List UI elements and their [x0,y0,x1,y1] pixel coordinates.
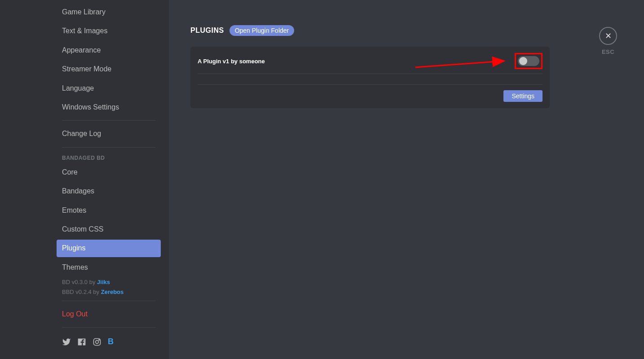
bd-icon[interactable]: B [108,337,117,346]
sidebar-item-streamer-mode[interactable]: Streamer Mode [57,61,161,78]
social-links: B [57,332,161,354]
close-label: ESC [602,48,614,55]
sidebar-item-change-log[interactable]: Change Log [57,125,161,142]
sidebar-item-themes[interactable]: Themes [57,259,161,276]
divider [62,301,155,301]
divider [62,147,155,148]
plugin-description [198,74,543,85]
svg-point-2 [99,340,100,341]
main-content: ✕ ESC PLUGINS Open Plugin Folder A Plugi… [169,0,644,359]
sidebar-item-core[interactable]: Core [57,164,161,181]
twitter-icon[interactable] [62,337,71,348]
plugin-title: A Plugin v1 by someone [198,58,265,65]
instagram-icon[interactable] [93,337,101,348]
sidebar-item-custom-css[interactable]: Custom CSS [57,221,161,238]
sidebar-item-emotes[interactable]: Emotes [57,202,161,219]
bd-version-info: BD v0.3.0 by Jiiks [57,278,161,287]
bbd-author-link[interactable]: Zerebos [101,289,124,295]
sidebar-item-windows-settings[interactable]: Windows Settings [57,99,161,116]
sidebar-header-bandaged-bd: BANDAGED BD [57,152,161,164]
page-title: PLUGINS [190,26,224,35]
plugin-card: A Plugin v1 by someone Settings [190,47,550,108]
svg-line-4 [415,61,503,67]
svg-point-1 [96,341,99,344]
bbd-version-prefix: BBD v0.2.4 by [62,289,101,295]
facebook-icon[interactable] [77,337,86,348]
bd-version-prefix: BD v0.3.0 by [62,279,97,285]
sidebar-item-bandages[interactable]: Bandages [57,183,161,200]
sidebar-item-logout[interactable]: Log Out [57,306,161,323]
sidebar-item-plugins[interactable]: Plugins [57,240,161,257]
plugin-enable-toggle[interactable] [518,56,539,66]
bbd-version-info: BBD v0.2.4 by Zerebos [57,288,161,297]
sidebar-item-language[interactable]: Language [57,80,161,97]
plugin-settings-button[interactable]: Settings [503,90,543,102]
sidebar-item-game-library[interactable]: Game Library [57,4,161,21]
close-button[interactable]: ✕ [599,27,617,45]
open-plugin-folder-button[interactable]: Open Plugin Folder [229,25,295,36]
annotation-highlight [515,53,543,69]
close-icon: ✕ [605,31,612,41]
bd-author-link[interactable]: Jiiks [97,279,110,285]
toggle-knob [519,57,527,65]
annotation-arrow [413,57,507,70]
settings-sidebar: Game Library Text & Images Appearance St… [0,0,169,359]
sidebar-item-text-images[interactable]: Text & Images [57,22,161,39]
divider [62,327,155,328]
divider [62,120,155,121]
sidebar-item-appearance[interactable]: Appearance [57,42,161,59]
